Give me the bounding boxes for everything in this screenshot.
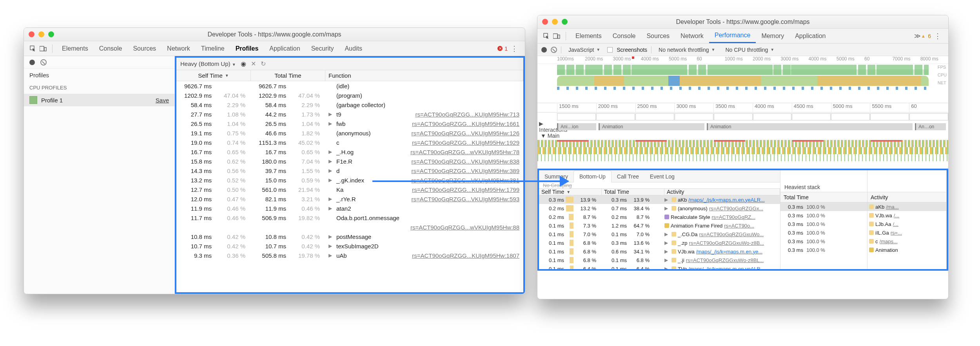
timeline-overview[interactable]: 1000ms2000 ms3000 ms4000 ms5000 ms601000…	[537, 56, 948, 103]
tab-application[interactable]: Application	[264, 41, 305, 56]
zoom-dot[interactable]	[48, 31, 54, 37]
source-link[interactable]: /maps/_/js/k=maps.m.en.ye...	[696, 249, 762, 255]
animation-block[interactable]: Animation	[599, 123, 704, 130]
details-tab-call-tree[interactable]: Call Tree	[612, 171, 644, 182]
source-link[interactable]: rs=ACT90oGqRZGG...wVKUIgM95Hw:78	[410, 149, 523, 155]
hs-row[interactable]: 0.3 ms100.0 %	[780, 211, 867, 220]
source-link[interactable]: rs=ACT90oGqRZGG...VKUIgM95Hw:126	[411, 130, 523, 137]
source-link[interactable]: rs=ACT90oGqRZGGxuWo-z8BL...	[686, 257, 764, 263]
close-dot[interactable]	[29, 31, 34, 37]
hs-row[interactable]: 0.3 ms100.0 %	[780, 228, 867, 237]
close-icon[interactable]: ✕	[251, 60, 256, 67]
network-throttle-selector[interactable]: No network throttling▼	[655, 44, 718, 56]
inspect-icon[interactable]	[541, 31, 552, 41]
bu-row[interactable]: 0.2 ms13.2 %0.7 ms38.4 %▶(anonymous) rs=…	[539, 204, 780, 213]
tab-network[interactable]: Network	[675, 29, 709, 43]
hs-row[interactable]: VJb.wa /...	[867, 211, 946, 220]
capture-selector[interactable]: JavaScript▼	[565, 44, 603, 56]
header-self-time[interactable]: Self Time▼	[176, 70, 251, 81]
grouping-selector[interactable]: No Grouping	[539, 182, 780, 188]
source-link[interactable]: rs=ACT90oGqRZGG...KUIgM95Hw:1661	[412, 120, 523, 127]
profile-row[interactable]: 11.9 ms0.46 %11.9 ms0.46 %▶atan2	[176, 204, 523, 213]
animation-block[interactable]: Ani…ion	[557, 123, 596, 130]
profile-row[interactable]: 12.0 ms0.47 %82.1 ms3.21 %▶_.rYe.Rrs=ACT…	[176, 194, 523, 204]
header-function[interactable]: Function	[325, 70, 523, 81]
source-link[interactable]: rs=ACT90oGqRZGG...VKUIgM95Hw:389	[411, 168, 523, 174]
bu-row[interactable]: 0.1 ms6.4 %0.1 ms6.4 %▶TVe /maps/_/js/k=…	[539, 264, 780, 269]
profile-row[interactable]: 26.5 ms1.04 %26.5 ms1.04 %▶fwbrs=ACT90oG…	[176, 119, 523, 128]
profile-row[interactable]: 58.4 ms2.29 %58.4 ms2.29 %(garbage colle…	[176, 100, 523, 109]
focus-icon[interactable]: ◉	[241, 60, 246, 67]
tab-console[interactable]: Console	[607, 29, 641, 43]
close-dot[interactable]	[542, 19, 548, 25]
hs-row[interactable]: Animation	[867, 246, 946, 254]
profile-row[interactable]: 9.3 ms0.36 %505.8 ms19.78 %▶uAbrs=ACT90o…	[176, 251, 523, 260]
tab-memory[interactable]: Memory	[756, 29, 789, 43]
bu-row[interactable]: 0.1 ms7.3 %1.2 ms64.7 %Animation Frame F…	[539, 221, 780, 230]
source-link[interactable]: rs=ACT90oGqRZGG...KUIgM95Hw:1807	[412, 252, 523, 259]
hs-row[interactable]: 0.3 ms100.0 %	[780, 237, 867, 246]
source-link[interactable]: /maps/_/js/k=maps.m.en.yeALR...	[688, 197, 765, 203]
source-link[interactable]: rs=ACT90oGqRZGG...KUIgM95Hw:1799	[412, 186, 523, 193]
cpu-throttle-selector[interactable]: No CPU throttling▼	[722, 44, 777, 56]
device-icon[interactable]	[552, 31, 562, 41]
source-link[interactable]: rs=ACT90oGqRZGGxuWo...	[699, 231, 764, 237]
source-link[interactable]: /...	[894, 213, 899, 219]
hs-row[interactable]: 0.3 ms100.0 %	[780, 220, 867, 228]
source-link[interactable]: /maps/_/js/k=maps.m.en.yeALR...	[688, 266, 765, 270]
error-badge[interactable]: ✕ 1	[497, 46, 508, 52]
profile-row[interactable]: 13.2 ms0.52 %15.0 ms0.59 %▶_.gK.indexrs=…	[176, 175, 523, 185]
tab-elements[interactable]: Elements	[570, 29, 607, 43]
hs-row[interactable]: aKb /ma...	[867, 202, 946, 211]
minimize-dot[interactable]	[38, 31, 44, 37]
screenshots-checkbox[interactable]	[607, 47, 613, 53]
clear-icon[interactable]	[551, 47, 557, 53]
source-link[interactable]: rs=ACT90oGqRZGG...KUIgM95Hw:713	[415, 111, 523, 118]
hs-row[interactable]: 0.3 ms100.0 %	[780, 246, 867, 254]
bu-row[interactable]: 0.3 ms13.9 %0.3 ms13.9 %▶aKb /maps/_/js/…	[539, 195, 780, 204]
record-icon[interactable]	[541, 47, 547, 53]
kebab-menu-icon[interactable]: ⋮	[508, 44, 521, 53]
bu-row[interactable]: 0.1 ms6.8 %0.6 ms34.1 %▶VJb.wa /maps/_/j…	[539, 247, 780, 256]
profile-row[interactable]: 19.1 ms0.75 %46.6 ms1.82 %(anonymous)rs=…	[176, 128, 523, 138]
details-tab-bottom-up[interactable]: Bottom-Up	[573, 171, 612, 182]
hs-header-activity[interactable]: Activity	[867, 192, 946, 202]
refresh-icon[interactable]: ↻	[261, 60, 266, 67]
hs-row[interactable]: c /maps...	[867, 237, 946, 246]
profile-row[interactable]: 19.0 ms0.74 %1151.3 ms45.02 %crs=ACT90oG…	[176, 138, 523, 147]
source-link[interactable]: rs=ACT90oGqRZGGx...	[709, 206, 763, 211]
profile-row[interactable]: 9626.7 ms9626.7 ms(idle)	[176, 81, 523, 91]
device-icon[interactable]	[38, 44, 48, 54]
profile-row[interactable]: 10.8 ms0.42 %10.8 ms0.42 %▶postMessage	[176, 232, 523, 241]
hs-row[interactable]: 0.3 ms100.0 %	[780, 202, 867, 211]
profile-row[interactable]: 1202.9 ms47.04 %1202.9 ms47.04 %(program…	[176, 91, 523, 100]
bu-header-activity[interactable]: Activity	[664, 189, 780, 195]
animation-block[interactable]: Animation	[707, 123, 913, 130]
profile-row[interactable]: rs=ACT90oGqRZGG...wVKUIgM95Hw:88	[176, 222, 523, 232]
source-link[interactable]: rs=ACT90oGqRZGG...KUIgM95Hw:1929	[412, 139, 523, 146]
bu-header-self[interactable]: Self Time ▼	[539, 189, 602, 195]
source-link[interactable]: rs=...	[891, 230, 902, 236]
bu-row[interactable]: 0.1 ms6.8 %0.3 ms13.6 %▶_.zp rs=ACT90oGq…	[539, 239, 780, 247]
warning-badge[interactable]: ▲ 6	[921, 33, 931, 39]
source-link[interactable]: rs=ACT90oGqRZGGxuWo-z8B...	[689, 240, 764, 246]
source-link[interactable]: rs=ACT90oGqRZGG...VKUIgM95Hw:381	[411, 177, 523, 184]
interactions-track[interactable]: ▶ Interactions Ani…ion Animation Animati…	[537, 122, 948, 131]
tab-application[interactable]: Application	[789, 29, 831, 43]
source-link[interactable]: /maps...	[880, 239, 898, 244]
source-link[interactable]: rs=ACT90oGqRZ...	[711, 214, 755, 220]
minimize-dot[interactable]	[552, 19, 558, 25]
source-link[interactable]: rs=ACT90oGqRZGG...VKUIgM95Hw:593	[411, 196, 523, 202]
clear-icon[interactable]	[40, 59, 47, 66]
tab-console[interactable]: Console	[94, 41, 128, 56]
animation-block[interactable]: An…on	[915, 123, 946, 130]
tab-profiles[interactable]: Profiles	[230, 41, 264, 56]
profile-row[interactable]: 15.8 ms0.62 %180.0 ms7.04 %▶F1e.Rrs=ACT9…	[176, 157, 523, 166]
hs-row[interactable]: LJb.Aa /...	[867, 220, 946, 228]
main-track-header[interactable]: ▼ Main	[537, 131, 948, 140]
bu-row[interactable]: 0.2 ms8.7 %0.2 ms8.7 %Recalculate Style …	[539, 213, 780, 221]
tab-elements[interactable]: Elements	[56, 41, 94, 56]
tab-sources[interactable]: Sources	[641, 29, 675, 43]
hs-row[interactable]: iIL.Ga rs=...	[867, 228, 946, 237]
source-link[interactable]: rs=ACT90oGqRZGG...wVKUIgM95Hw:88	[410, 224, 523, 231]
